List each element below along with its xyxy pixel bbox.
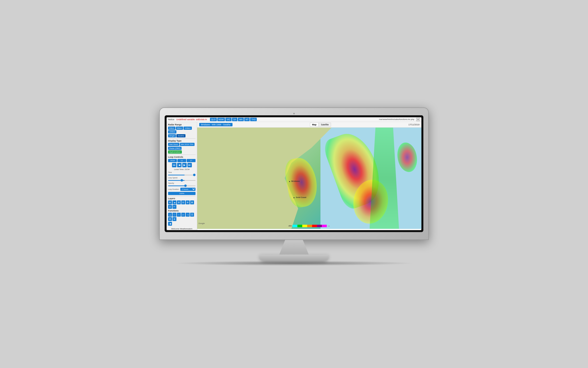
left-panel: Radar Range 64km 96km 128km 160km Single… — [167, 122, 197, 230]
monitor-stand-base — [260, 255, 328, 261]
local-time: Local Time: 23:54 — [168, 168, 196, 171]
map-header: Brisbane - Witt 1998 - Swathe Map Satell… — [197, 122, 421, 128]
loop-controls-title: Loop Controls — [168, 156, 196, 158]
zoom-bar: 100% — [168, 192, 196, 195]
error-text: Undefined variable: sidExists in — [176, 118, 207, 121]
range-96km-btn[interactable]: 96km — [176, 127, 183, 130]
range-128km-btn[interactable]: 128km — [184, 127, 192, 130]
play-forward-btn[interactable]: ⏭ — [187, 163, 192, 167]
layer-btn-7[interactable]: ⊡ — [168, 205, 172, 209]
layer-btn-5[interactable]: ⊛ — [186, 200, 190, 204]
main-content: Radar Range 64km 96km 128km 160km Single… — [167, 122, 421, 230]
mode-swathe-btn[interactable]: Swathe — [176, 134, 185, 137]
scale-color-cyan — [293, 225, 297, 227]
state-sa-btn[interactable]: SA — [232, 118, 237, 121]
state-vic-btn[interactable]: VIC — [225, 118, 232, 121]
top-bar: Notice Undefined variable: sidExists in … — [167, 117, 421, 122]
func-btn-9[interactable]: ◀ — [168, 222, 172, 226]
loop-speed-row: Loop Speed: — [168, 177, 196, 181]
state-buttons: QLD NSW VIC SA WA NT TAS — [210, 118, 257, 121]
welcome-text: Welcome Weatherwatch — [168, 228, 196, 230]
mh2019-btn[interactable]: MH 2019 75% — [180, 143, 195, 146]
func-btn-4[interactable]: ▷ — [181, 213, 185, 217]
func-btn-1[interactable]: △ — [168, 213, 172, 217]
scale-label: dBm — [288, 225, 292, 227]
day-cell: 17 — [187, 159, 196, 162]
mode-single-btn[interactable]: Single — [168, 134, 176, 137]
tab-map[interactable]: Map — [310, 123, 319, 127]
color-scale: dBm — [288, 224, 330, 228]
screen: Notice Undefined variable: sidExists in … — [167, 117, 421, 230]
opacity-row: Opacity: — [168, 182, 196, 187]
divider-1 — [168, 138, 196, 139]
func-btn-3[interactable]: ○ — [177, 213, 181, 217]
radar-green-band — [370, 128, 399, 229]
loop-duration-row: Loop Duration: 1 hour 2 hours 3 hours 6 … — [168, 188, 196, 191]
functions-buttons-2: ◀ — [168, 222, 196, 226]
monitor-body: Notice Undefined variable: sidExists in … — [159, 107, 429, 240]
loop-controls-buttons: ⏮ ◀ ▶ ⏭ — [168, 163, 196, 167]
func-btn-2[interactable]: □ — [172, 213, 176, 217]
camera-dot — [293, 113, 295, 114]
map-title: Brisbane - Witt 1998 - Swathe — [199, 123, 233, 126]
mode-buttons-row: Single Swathe — [168, 134, 196, 137]
year-cell: 2019 — [168, 159, 177, 162]
google-logo: Google — [198, 222, 205, 224]
layer-btn-3[interactable]: ⊞ — [177, 200, 181, 204]
file-path: /var/www/html/includes/functions.inc.php — [379, 118, 414, 120]
func-btn-8[interactable]: ⊕ — [172, 217, 176, 221]
map-date: 17/11/2019 — [408, 123, 419, 126]
scale-color-magenta — [322, 225, 327, 227]
play-btn[interactable]: ▶ — [182, 163, 187, 167]
func-btn-6[interactable]: ☰ — [190, 213, 194, 217]
layer-btn-1[interactable]: ⊕ — [168, 200, 172, 204]
radar-range-title: Radar Range — [168, 123, 196, 126]
tab-satellite[interactable]: Satellite — [319, 123, 331, 127]
range-buttons-row: 64km 96km 128km 160km — [168, 127, 196, 133]
map-area: Brisbane - Witt 1998 - Swathe Map Satell… — [197, 122, 421, 230]
opacity-slider[interactable] — [168, 185, 196, 186]
play-back-btn[interactable]: ◀ — [177, 163, 182, 167]
layer-btn-6[interactable]: ⊠ — [190, 200, 194, 204]
loop-speed-slider[interactable] — [168, 180, 196, 181]
state-tas-btn[interactable]: TAS — [250, 118, 257, 121]
loop-duration-select[interactable]: 1 hour 2 hours 3 hours 6 hours 12 hours — [180, 188, 196, 191]
notice-label: Notice — [168, 118, 174, 121]
range-64km-btn[interactable]: 64km — [168, 127, 175, 130]
layer-btn-2[interactable]: ☁ — [172, 200, 176, 204]
functions-buttons: △ □ ○ ▷ ◁ ☰ ⚙ ⊕ — [168, 213, 196, 221]
divider-2 — [168, 155, 196, 155]
layer-btn-8[interactable]: ⊢ — [172, 205, 176, 209]
scale-colors — [293, 225, 327, 227]
loop-speed-label: Loop Speed: — [168, 177, 196, 179]
hydrometeor-btn[interactable]: Hydrometeor — [168, 150, 182, 154]
month-cell: 11 — [177, 159, 186, 162]
map-tabs: Map Satellite — [310, 123, 331, 127]
func-btn-5[interactable]: ◁ — [186, 213, 190, 217]
screen-bezel: Notice Undefined variable: sidExists in … — [165, 115, 423, 232]
scale-color-purple — [317, 225, 322, 227]
func-btn-7[interactable]: ⚙ — [168, 217, 172, 221]
state-nt-btn[interactable]: NT — [244, 118, 250, 121]
map-view[interactable]: Brisbane Gold Coast Google dBm — [197, 128, 421, 229]
state-nsw-btn[interactable]: NSW — [217, 118, 225, 121]
layers-title: Layers — [168, 197, 196, 200]
close-button[interactable]: × — [416, 118, 420, 121]
range-160km-btn[interactable]: 160km — [168, 130, 176, 133]
opacity-label: Opacity: — [168, 182, 196, 184]
display-type-title: Display Type — [168, 140, 196, 142]
state-wa-btn[interactable]: WA — [238, 118, 244, 121]
functions-title: Functions — [168, 210, 196, 212]
time-label: Time — [168, 171, 196, 173]
radar-overlay — [197, 128, 421, 229]
radar-storm-4 — [397, 143, 417, 172]
scale-arrow-icon: → — [327, 224, 330, 228]
monitor-stand-neck — [279, 240, 309, 255]
time-slider[interactable] — [168, 175, 196, 175]
layer-btn-4[interactable]: ⊟ — [181, 200, 185, 204]
rewind-btn[interactable]: ⏮ — [172, 163, 176, 167]
scale-color-orange — [307, 225, 312, 227]
hail-sizes-btn[interactable]: Hail Sizes — [168, 143, 179, 146]
state-qld-btn[interactable]: QLD — [210, 118, 217, 121]
radar-dbz-btn[interactable]: Radar (DBZ) — [168, 147, 182, 150]
